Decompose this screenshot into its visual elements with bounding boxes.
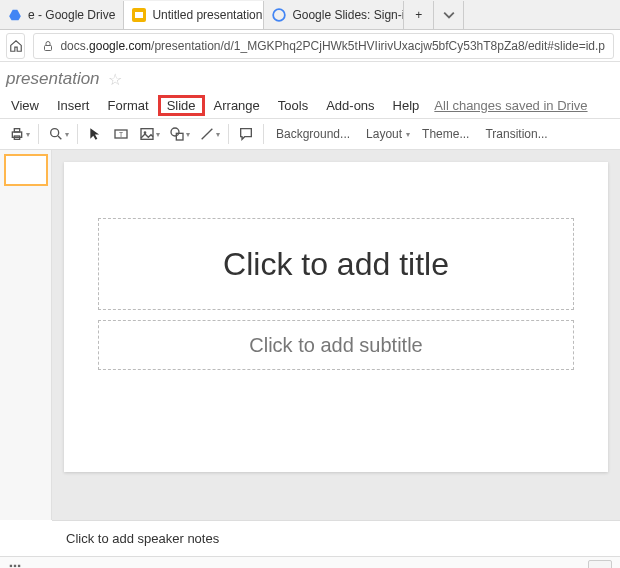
separator xyxy=(38,124,39,144)
menu-format[interactable]: Format xyxy=(98,95,157,116)
slide[interactable]: Click to add title Click to add subtitle xyxy=(64,162,608,472)
lock-icon xyxy=(42,40,54,52)
svg-rect-15 xyxy=(176,133,183,140)
select-tool[interactable] xyxy=(82,121,108,147)
menu-tools[interactable]: Tools xyxy=(269,95,317,116)
slide-thumbnail-panel xyxy=(0,150,52,520)
grid-view-icon[interactable] xyxy=(8,563,22,569)
theme-button[interactable]: Theme... xyxy=(414,127,477,141)
separator xyxy=(263,124,264,144)
slides-icon xyxy=(132,8,146,22)
google-icon xyxy=(272,8,286,22)
separator xyxy=(77,124,78,144)
chevron-down-icon[interactable]: ▾ xyxy=(406,130,410,139)
home-icon xyxy=(9,39,23,53)
comment-button[interactable] xyxy=(233,121,259,147)
drive-icon xyxy=(8,8,22,22)
doc-title-row: presentation ☆ xyxy=(0,66,620,92)
menu-slide[interactable]: Slide xyxy=(158,95,205,116)
title-text: Click to add title xyxy=(223,246,449,283)
chevron-down-icon[interactable]: ▾ xyxy=(216,130,220,139)
menu-arrange[interactable]: Arrange xyxy=(205,95,269,116)
new-tab-button[interactable]: + xyxy=(404,1,434,29)
menu-view[interactable]: View xyxy=(2,95,48,116)
bottom-bar xyxy=(0,556,620,568)
tab-dropdown[interactable] xyxy=(434,1,464,29)
background-button[interactable]: Background... xyxy=(268,127,358,141)
svg-marker-0 xyxy=(9,9,21,20)
browser-tab-strip: e - Google Drive Untitled presentation -… xyxy=(0,0,620,30)
chevron-down-icon[interactable]: ▾ xyxy=(186,130,190,139)
svg-rect-18 xyxy=(14,564,16,566)
explore-button[interactable] xyxy=(588,560,612,569)
star-icon[interactable]: ☆ xyxy=(108,70,122,89)
svg-rect-2 xyxy=(135,12,143,18)
transition-button[interactable]: Transition... xyxy=(477,127,555,141)
tab-title: Untitled presentation - xyxy=(152,8,264,22)
toolbar: ▾ ▾ T ▾ ▾ ▾ Background... Layout▾ Theme.… xyxy=(0,118,620,150)
browser-tab[interactable]: e - Google Drive xyxy=(0,1,124,29)
browser-tab[interactable]: Untitled presentation - × xyxy=(124,1,264,29)
svg-line-9 xyxy=(58,136,61,139)
address-bar: docs.google.com/presentation/d/1_MGKPhq2… xyxy=(0,30,620,62)
tab-title: Google Slides: Sign-in xyxy=(292,8,404,22)
chevron-down-icon[interactable]: ▾ xyxy=(65,130,69,139)
title-placeholder[interactable]: Click to add title xyxy=(98,218,574,310)
saved-status[interactable]: All changes saved in Drive xyxy=(434,98,587,113)
svg-rect-4 xyxy=(45,45,52,50)
tab-title: e - Google Drive xyxy=(28,8,115,22)
doc-title[interactable]: presentation xyxy=(4,69,100,89)
subtitle-text: Click to add subtitle xyxy=(249,334,422,357)
menu-addons[interactable]: Add-ons xyxy=(317,95,383,116)
chevron-down-icon[interactable]: ▾ xyxy=(156,130,160,139)
home-button[interactable] xyxy=(6,33,25,59)
menu-help[interactable]: Help xyxy=(384,95,429,116)
browser-tab[interactable]: Google Slides: Sign-in xyxy=(264,1,404,29)
chevron-down-icon[interactable]: ▾ xyxy=(26,130,30,139)
url-text: docs.google.com/presentation/d/1_MGKPhq2… xyxy=(60,39,605,53)
svg-line-16 xyxy=(202,129,213,140)
url-field[interactable]: docs.google.com/presentation/d/1_MGKPhq2… xyxy=(33,33,614,59)
speaker-notes[interactable]: Click to add speaker notes xyxy=(52,520,620,556)
notes-placeholder: Click to add speaker notes xyxy=(66,531,219,546)
textbox-tool[interactable]: T xyxy=(108,121,134,147)
svg-text:T: T xyxy=(119,131,123,138)
svg-rect-17 xyxy=(10,564,12,566)
main-area: Click to add title Click to add subtitle xyxy=(0,150,620,520)
svg-point-3 xyxy=(274,9,286,21)
layout-button[interactable]: Layout xyxy=(358,127,410,141)
menu-insert[interactable]: Insert xyxy=(48,95,99,116)
separator xyxy=(228,124,229,144)
slide-thumbnail[interactable] xyxy=(4,154,48,186)
slide-canvas[interactable]: Click to add title Click to add subtitle xyxy=(52,150,620,520)
menu-bar: View Insert Format Slide Arrange Tools A… xyxy=(0,92,620,118)
svg-rect-19 xyxy=(18,564,20,566)
svg-rect-6 xyxy=(14,129,19,132)
svg-point-8 xyxy=(51,129,59,137)
subtitle-placeholder[interactable]: Click to add subtitle xyxy=(98,320,574,370)
svg-point-14 xyxy=(171,128,179,136)
